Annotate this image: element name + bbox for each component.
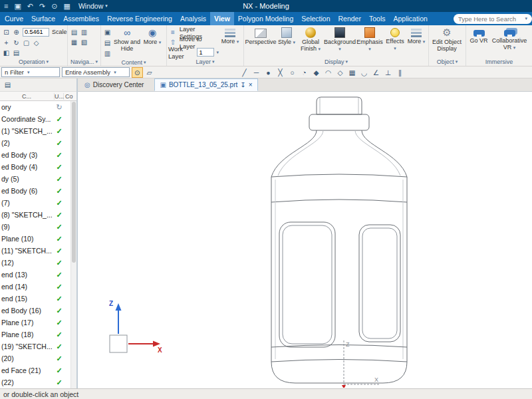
undo-icon[interactable]: ↶: [27, 3, 33, 10]
tree-row[interactable]: (7) ✓: [0, 197, 76, 209]
tree-row[interactable]: end (14) ✓: [0, 281, 76, 293]
navigator-scrollbar[interactable]: [70, 101, 76, 388]
pan-icon[interactable]: +: [1, 38, 11, 48]
parallel-icon[interactable]: ∥: [394, 67, 406, 78]
column-header-comment[interactable]: Co: [64, 93, 76, 100]
tree-row[interactable]: Plane (17) ✓: [0, 317, 76, 329]
midpoint-icon[interactable]: ─: [251, 67, 262, 78]
tree-row[interactable]: (12) ✓: [0, 257, 76, 269]
tree-row[interactable]: dy (5) ✓: [0, 173, 76, 185]
command-search[interactable]: ▾: [454, 14, 532, 24]
trimetric-view-icon[interactable]: ◇: [31, 38, 41, 48]
layer-more-button[interactable]: More ▾: [219, 26, 241, 45]
tree-row[interactable]: ed Face (21) ✓: [0, 364, 76, 376]
content-more-button[interactable]: ◉ More ▾: [142, 26, 163, 46]
scale-input[interactable]: [23, 28, 49, 37]
tangent-point-icon[interactable]: ◡: [358, 67, 370, 78]
search-input[interactable]: [458, 15, 525, 23]
show-and-hide-button[interactable]: ∞ Show and Hide: [112, 26, 142, 53]
rotate-icon[interactable]: ↻: [11, 38, 21, 48]
tree-row[interactable]: (20) ✓: [0, 352, 76, 364]
tree-row[interactable]: (19) "SKETCH... ✓: [0, 340, 76, 352]
tab-application[interactable]: Application: [389, 12, 431, 25]
operation-group-label[interactable]: Operation▾: [1, 58, 66, 66]
tab-analysis[interactable]: Analysis: [176, 12, 210, 25]
effects-button[interactable]: Effects ▾: [384, 26, 406, 52]
front-view-icon[interactable]: ▢: [21, 38, 31, 48]
snap-point-icon[interactable]: ⊙: [132, 67, 143, 78]
collaborative-vr-button[interactable]: Collaborative VR ▾: [490, 26, 529, 51]
app-menu-icon[interactable]: ≡: [4, 3, 8, 10]
endpoint-icon[interactable]: ╱: [239, 67, 250, 78]
tree-row[interactable]: Plane (10) ✓: [0, 233, 76, 245]
new-window-icon[interactable]: ▧: [79, 37, 89, 47]
tree-row[interactable]: Plane (18) ✓: [0, 329, 76, 340]
tab-surface[interactable]: Surface: [27, 12, 59, 25]
tree-row[interactable]: Coordinate Sy... ✓: [0, 113, 76, 125]
control-point-icon[interactable]: ●: [263, 67, 274, 78]
section-view-icon[interactable]: ◧: [1, 48, 11, 58]
tab-polygon-modeling[interactable]: Polygon Modeling: [234, 12, 297, 25]
tree-row[interactable]: end (15) ✓: [0, 293, 76, 305]
tab-view[interactable]: View: [210, 12, 234, 25]
tab-tools[interactable]: Tools: [365, 12, 390, 25]
tile-windows-icon[interactable]: ▤: [69, 27, 79, 37]
point-on-surface-icon[interactable]: ◇: [334, 67, 346, 78]
global-finish-button[interactable]: Global Finish ▾: [297, 26, 324, 53]
tree-row[interactable]: ed Body (6) ✓: [0, 185, 76, 197]
split-window-icon[interactable]: ▦: [69, 37, 79, 47]
angle-icon[interactable]: ∠: [370, 67, 382, 78]
hide-icon[interactable]: ▤: [102, 38, 112, 48]
background-button[interactable]: Background ▾: [324, 26, 356, 53]
window-layout-icon[interactable]: ▦: [63, 3, 70, 10]
go-vr-button[interactable]: Go VR: [467, 26, 490, 45]
layer-group-label[interactable]: Layer▾: [168, 57, 242, 66]
show-icon[interactable]: ▣: [102, 27, 112, 37]
style-button[interactable]: Style ▾: [276, 26, 297, 46]
tree-row[interactable]: (9) ✓: [0, 221, 76, 233]
tab-reverse-engineering[interactable]: Reverse Engineering: [103, 12, 176, 25]
selection-filter-combo[interactable]: n Filter ▾: [1, 67, 60, 77]
arc-center-icon[interactable]: ○: [287, 67, 298, 78]
tree-row[interactable]: ory ↻: [0, 101, 76, 113]
display-group-label[interactable]: Display▾: [245, 57, 427, 66]
existing-point-icon[interactable]: ◆: [311, 67, 322, 78]
navigator-toolbar-icon[interactable]: ▤: [3, 80, 13, 90]
tree-row[interactable]: ed Body (3) ✓: [0, 149, 76, 161]
immersive-group-label[interactable]: Immersive: [467, 57, 531, 66]
column-header-name[interactable]: C...: [0, 93, 55, 100]
emphasis-button[interactable]: Emphasis ▾: [356, 26, 384, 53]
redo-icon[interactable]: ↷: [39, 3, 45, 10]
tab-curve[interactable]: Curve: [1, 12, 27, 25]
quadrant-point-icon[interactable]: ◔: [299, 67, 310, 78]
bounded-grid-icon[interactable]: ▦: [346, 67, 358, 78]
selection-scope-combo[interactable]: Entire Assembly ▾: [62, 67, 130, 77]
zoom-icon[interactable]: ⊕: [11, 27, 21, 37]
column-header-up-to-date[interactable]: U...: [55, 93, 64, 100]
tab-selection[interactable]: Selection: [297, 12, 334, 25]
navigation-group-label[interactable]: Naviga...▾: [69, 57, 99, 66]
tree-row[interactable]: ed Body (16) ✓: [0, 305, 76, 317]
tree-row[interactable]: (2) ✓: [0, 137, 76, 149]
tree-row[interactable]: end (13) ✓: [0, 269, 76, 281]
point-on-curve-icon[interactable]: ◠: [323, 67, 334, 78]
graphics-window[interactable]: Z X Z X: [78, 92, 532, 388]
tree-row[interactable]: (11) "SKETCH... ✓: [0, 245, 76, 257]
tab-assemblies[interactable]: Assemblies: [59, 12, 103, 25]
tree-row[interactable]: (1) "SKETCH_... ✓: [0, 125, 76, 137]
tree-row[interactable]: (22) ✓: [0, 376, 76, 388]
save-icon[interactable]: ▣: [14, 3, 21, 10]
object-group-label[interactable]: Object▾: [430, 57, 464, 66]
content-group-label[interactable]: Content▾: [102, 59, 165, 66]
tree-row[interactable]: (8) "SKETCH_... ✓: [0, 209, 76, 221]
display-more-button[interactable]: More ▾: [406, 26, 426, 45]
close-icon[interactable]: ×: [249, 81, 253, 88]
snapshot-icon[interactable]: ▤: [11, 48, 21, 58]
invert-shown-icon[interactable]: ▥: [102, 49, 112, 59]
work-layer-input[interactable]: [197, 48, 214, 57]
tree-row[interactable]: ed Body (4) ✓: [0, 161, 76, 173]
tab-discovery-center[interactable]: ◎ Discovery Center: [79, 78, 154, 91]
tab-render[interactable]: Render: [334, 12, 365, 25]
design-in-context-icon[interactable]: ▱: [144, 67, 155, 78]
perspective-button[interactable]: Perspective: [245, 26, 276, 46]
